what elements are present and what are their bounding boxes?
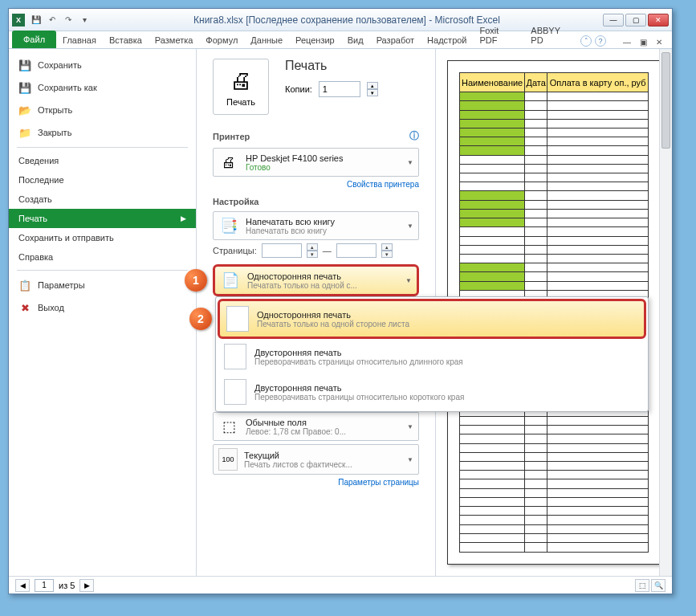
options-icon: 📋 [18,279,31,292]
exit-icon: ✖ [18,301,31,314]
table-row [460,479,649,488]
minimize-button[interactable]: — [603,14,624,27]
print-button[interactable]: 🖨 Печать [213,59,269,115]
show-margins-button[interactable]: ⬚ [635,579,649,592]
nav-info[interactable]: Сведения [9,151,196,170]
copies-down[interactable]: ▼ [367,89,378,96]
zoom-to-page-button[interactable]: 🔍 [651,579,665,592]
table-row [460,137,649,146]
nav-share-label: Сохранить и отправить [18,233,114,243]
print-button-label: Печать [226,97,255,107]
table-row [460,92,649,101]
margins-title: Обычные поля [246,418,401,427]
page-from-up[interactable]: ▲ [307,243,318,251]
scale-dropdown[interactable]: 100 Текущий Печать листов с фактическ...… [213,444,419,475]
folder-open-icon: 📂 [18,104,31,116]
margins-dropdown[interactable]: ⬚ Обычные поля Левое: 1,78 см Правое: 0.… [213,412,419,441]
table-row [460,516,649,524]
copies-up[interactable]: ▲ [367,82,378,89]
nav-print[interactable]: Печать▶ [9,209,196,228]
table-row [460,543,649,553]
nav-new[interactable]: Создать [9,190,196,209]
table-row [460,164,649,173]
tab-formulas[interactable]: Формул [199,32,244,48]
page-to-input[interactable] [336,243,376,258]
page-from-down[interactable]: ▼ [307,251,318,258]
next-page-button[interactable]: ▶ [79,579,94,592]
nav-options[interactable]: 📋Параметры [9,274,196,296]
nav-close[interactable]: 📁Закрыть [9,121,196,144]
table-row [460,488,649,497]
sides-option-title: Односторонняя печать [257,310,409,320]
nav-info-label: Сведения [18,156,59,165]
info-icon[interactable]: ⓘ [409,129,419,143]
nav-save[interactable]: 💾Сохранить [9,54,196,76]
nav-recent[interactable]: Последние [9,170,196,190]
page-to-up[interactable]: ▲ [381,243,393,251]
save-icon[interactable]: 💾 [30,14,43,27]
tab-insert[interactable]: Вставка [103,32,149,48]
nav-recent-label: Последние [18,175,64,185]
table-row [460,443,649,452]
table-row [460,155,649,164]
tab-view[interactable]: Вид [341,32,370,48]
close-button[interactable]: ✕ [648,14,669,27]
folder-close-icon: 📁 [18,126,31,139]
print-what-title: Напечатать всю книгу [246,217,401,226]
scrollbar-thumb[interactable] [661,52,670,149]
printer-dropdown[interactable]: 🖨 HP Deskjet F4100 series Готово ▼ [213,148,419,177]
help-icon[interactable]: ? [595,35,606,47]
tab-addins[interactable]: Надстрой [421,32,473,48]
tab-foxit[interactable]: Foxit PDF [474,22,525,48]
tab-data[interactable]: Данные [244,32,289,48]
nav-exit[interactable]: ✖Выход [9,296,196,319]
col-header: Наименование [460,73,525,92]
sides-dropdown[interactable]: 1 📄 Односторонняя печать Печатать только… [213,264,419,296]
pages-to-label: — [323,246,332,255]
nav-saveas[interactable]: 💾Сохранить как [9,76,196,99]
table-row [460,191,649,200]
page-from-input[interactable] [262,243,302,258]
page-setup-link[interactable]: Параметры страницы [213,478,419,487]
nav-options-label: Параметры [38,280,85,290]
scale-sub: Печать листов с фактическ... [244,460,401,469]
doc-close-icon[interactable]: ✕ [653,35,665,48]
doc-minimize-icon[interactable]: — [621,35,633,48]
sides-option-single[interactable]: 2 Односторонняя печать Печатать только н… [218,299,646,339]
margins-sub: Левое: 1,78 см Правое: 0... [246,427,401,436]
sides-option-sub: Переворачивать страницы относительно дли… [254,357,463,366]
table-row [460,119,649,128]
tab-home[interactable]: Главная [56,32,103,48]
scrollbar-track[interactable] [659,49,672,576]
sides-option-duplex-long[interactable]: Двусторонняя печать Переворачивать стран… [218,339,646,374]
tab-developer[interactable]: Разработ [370,32,421,48]
nav-share[interactable]: Сохранить и отправить [9,228,196,247]
page-to-down[interactable]: ▼ [381,251,393,258]
workbook-icon: 📑 [218,215,239,236]
print-what-sub: Напечатать всю книгу [246,226,401,235]
redo-icon[interactable]: ↷ [62,14,75,27]
nav-help[interactable]: Справка [9,247,196,267]
copies-input[interactable] [319,81,360,97]
tab-abbyy[interactable]: ABBYY PD [524,22,580,48]
print-what-dropdown[interactable]: 📑 Напечатать всю книгу Напечатать всю кн… [213,211,419,240]
printer-properties-link[interactable]: Свойства принтера [213,180,419,189]
table-row [460,146,649,155]
page-number-input[interactable] [35,579,54,592]
qat-dropdown-icon[interactable]: ▾ [78,14,91,27]
col-header: Дата [525,73,547,92]
tab-layout[interactable]: Разметка [149,32,200,48]
printer-status: Готово [246,163,401,172]
tab-review[interactable]: Рецензир [289,32,341,48]
prev-page-button[interactable]: ◀ [15,579,30,592]
nav-open[interactable]: 📂Открыть [9,99,196,121]
col-header: Оплата в карту оп., руб [547,73,649,92]
minimize-ribbon-icon[interactable]: ˄ [580,35,592,47]
sides-option-duplex-short[interactable]: Двусторонняя печать Переворачивать стран… [218,374,646,410]
doc-restore-icon[interactable]: ▣ [637,35,649,48]
undo-icon[interactable]: ↶ [46,14,59,27]
nav-exit-label: Выход [38,303,64,312]
maximize-button[interactable]: ▢ [625,14,646,27]
callout-marker-1: 1 [185,269,207,292]
file-tab[interactable]: Файл [12,31,56,48]
